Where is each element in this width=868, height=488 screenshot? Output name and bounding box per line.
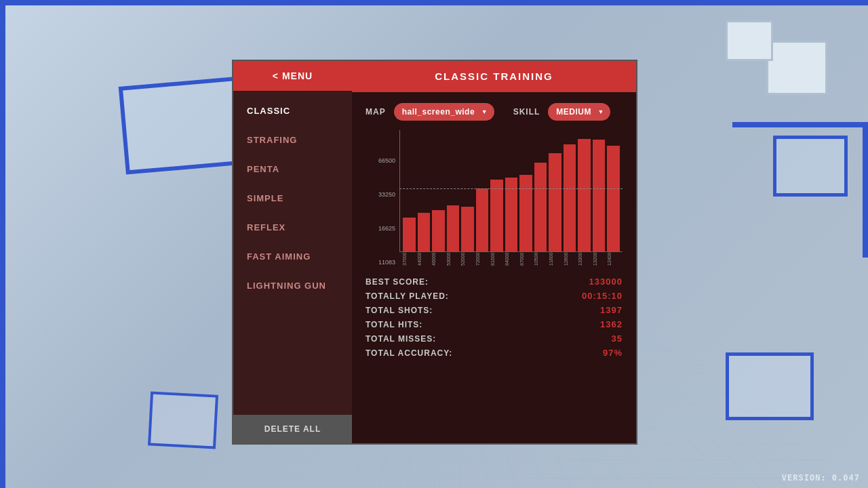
chart-bar-col — [564, 130, 576, 251]
sidebar-item-reflex[interactable]: REFLEX — [233, 213, 352, 242]
chart-x-label: 87000 — [519, 252, 532, 266]
map-label: MAP — [366, 107, 386, 117]
skill-label: SKILL — [513, 107, 540, 117]
chart-x-label: 84000 — [505, 252, 517, 266]
sidebar-item-classic[interactable]: CLASSIC — [233, 96, 352, 125]
chart-bar-col — [578, 130, 591, 251]
stat-value: 133000 — [589, 277, 623, 287]
map-dropdown-wrapper: hall_screen_wide dm_facility arena_small — [394, 103, 494, 121]
sidebar-item-fast-aiming[interactable]: FAST AIMING — [233, 242, 352, 271]
chart-x-label: 44000 — [417, 252, 430, 266]
chart-x-label: 133000 — [578, 252, 591, 266]
stat-row: TOTAL MISSES:35 — [366, 333, 623, 344]
stat-row: BEST SCORE:133000 — [366, 277, 623, 287]
blue-bar-left — [0, 0, 5, 488]
chart-y-mid2: 33250 — [378, 191, 395, 198]
chart-bar — [403, 218, 416, 251]
stat-label: TOTAL ACCURACY: — [366, 348, 452, 358]
bg-shape-4 — [773, 136, 848, 197]
chart-bar-col — [432, 130, 445, 251]
chart-x-label: 46000 — [431, 252, 444, 266]
chart-bar — [564, 144, 576, 251]
chart-bar — [578, 139, 591, 251]
chart-x-label: 105000 — [534, 252, 547, 266]
chart-ref-line — [399, 188, 623, 189]
blue-bar-diag — [863, 122, 868, 258]
chart-bar-col — [549, 130, 561, 251]
stat-label: TOTAL SHOTS: — [366, 306, 433, 315]
chart-x-label: 116000 — [549, 252, 561, 266]
chart-bar — [432, 210, 445, 251]
stat-row: TOTAL ACCURACY:97% — [366, 348, 623, 358]
chart-bar — [534, 163, 547, 251]
stat-value: 00:15:10 — [582, 291, 623, 301]
sidebar-item-lightning-gun[interactable]: LIGHTNING GUN — [233, 271, 352, 300]
chart-x-label: 52000 — [460, 252, 473, 266]
chart-x-label: 124000 — [607, 252, 620, 266]
chart-y-bot: 11083 — [378, 259, 395, 266]
chart-bar — [593, 140, 606, 251]
chart-bar-col — [403, 130, 416, 251]
nav-items: CLASSIC STRAFING PENTA SIMPLE REFLEX FAS… — [233, 91, 352, 415]
chart-bar-col — [519, 130, 532, 251]
stats-table: BEST SCORE:133000TOTALLY PLAYED:00:15:10… — [366, 277, 623, 358]
chart-x-label: 126000 — [564, 252, 576, 266]
chart-container: 66500 33250 16625 11083 3700044000460005… — [366, 130, 623, 266]
chart-bar-col — [593, 130, 606, 251]
bg-shape-3 — [726, 20, 773, 61]
chart-bar-col — [490, 130, 503, 251]
stat-value: 97% — [603, 348, 623, 358]
chart-bar — [418, 213, 431, 251]
stat-row: TOTAL HITS:1362 — [366, 319, 623, 329]
content-header: CLASSIC TRAINING — [352, 61, 636, 92]
bg-shape-5 — [726, 352, 814, 420]
chart-x-label: 37000 — [402, 252, 415, 266]
chart-bar — [549, 153, 561, 251]
chart-bars — [399, 130, 623, 252]
skill-dropdown-wrapper: EASY MEDIUM HARD EXPERT — [548, 103, 610, 121]
chart-y-mid1: 66500 — [378, 157, 395, 164]
stat-row: TOTAL SHOTS:1397 — [366, 305, 623, 315]
stat-value: 1397 — [600, 305, 623, 315]
chart-bar-col — [534, 130, 547, 251]
chart-x-label: 72000 — [475, 252, 488, 266]
chart-x-label: 81000 — [490, 252, 503, 266]
chart-y-labels: 66500 33250 16625 11083 — [366, 130, 399, 266]
chart-x-labels: 3700044000460005300052000720008100084000… — [399, 252, 623, 266]
chart-x-label: 53000 — [446, 252, 459, 266]
blue-bar-top — [0, 0, 868, 5]
chart-y-mid3: 16625 — [378, 225, 395, 232]
chart-bar-col — [447, 130, 460, 251]
sidebar-item-penta[interactable]: PENTA — [233, 155, 352, 184]
bg-shape-2 — [766, 41, 827, 95]
chart-bar-col — [461, 130, 474, 251]
content-body: MAP hall_screen_wide dm_facility arena_s… — [352, 92, 636, 443]
map-dropdown[interactable]: hall_screen_wide dm_facility arena_small — [394, 103, 494, 121]
stat-label: BEST SCORE: — [366, 277, 429, 287]
bg-shape-1 — [119, 76, 248, 174]
blue-bar-horiz — [732, 122, 868, 127]
chart-x-label: 132000 — [593, 252, 606, 266]
main-panel: < MENU CLASSIC STRAFING PENTA SIMPLE REF… — [232, 60, 637, 445]
map-skill-row: MAP hall_screen_wide dm_facility arena_s… — [366, 103, 623, 121]
stat-value: 1362 — [600, 319, 623, 329]
menu-button[interactable]: < MENU — [233, 61, 352, 91]
sidebar-item-simple[interactable]: SIMPLE — [233, 184, 352, 213]
version-label: VERSION: 0.047 — [782, 473, 860, 483]
stat-label: TOTAL HITS: — [366, 320, 422, 329]
delete-all-button[interactable]: DELETE ALL — [233, 415, 352, 443]
chart-bar — [476, 188, 489, 251]
content-area: CLASSIC TRAINING MAP hall_screen_wide dm… — [352, 61, 636, 443]
chart-bar-col — [476, 130, 489, 251]
stat-value: 35 — [612, 333, 623, 344]
skill-dropdown[interactable]: EASY MEDIUM HARD EXPERT — [548, 103, 610, 121]
stat-label: TOTALLY PLAYED: — [366, 291, 449, 301]
content-title: CLASSIC TRAINING — [435, 70, 553, 82]
bg-shape-6 — [148, 391, 218, 449]
chart-bar-col — [418, 130, 431, 251]
chart-bar-col — [505, 130, 518, 251]
chart-bar — [607, 146, 620, 251]
sidebar: < MENU CLASSIC STRAFING PENTA SIMPLE REF… — [233, 61, 352, 443]
chart-bar — [461, 207, 474, 251]
sidebar-item-strafing[interactable]: STRAFING — [233, 125, 352, 155]
